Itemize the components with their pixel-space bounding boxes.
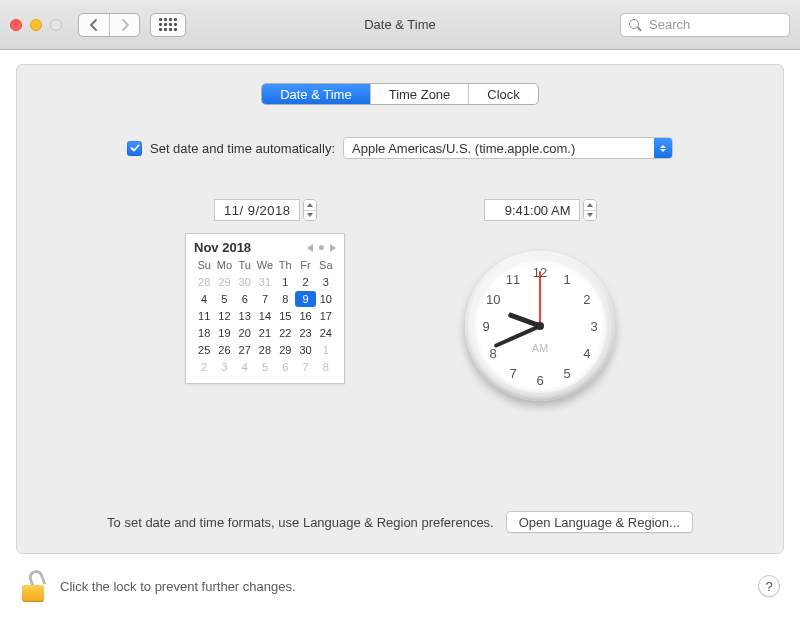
calendar-day[interactable]: 25: [194, 342, 214, 358]
calendar-day[interactable]: 29: [275, 342, 295, 358]
calendar-day[interactable]: 18: [194, 325, 214, 341]
calendar-today-button[interactable]: [319, 245, 324, 250]
minimize-window-button[interactable]: [30, 19, 42, 31]
calendar-day[interactable]: 3: [316, 274, 336, 290]
time-step-down[interactable]: [584, 210, 596, 221]
calendar-day[interactable]: 2: [295, 274, 315, 290]
show-all-prefs-button[interactable]: [150, 13, 186, 37]
calendar-day[interactable]: 4: [235, 359, 255, 375]
calendar-day-header: Su: [194, 257, 214, 273]
calendar-day-header: We: [255, 257, 275, 273]
calendar-day[interactable]: 2: [194, 359, 214, 375]
calendar-day[interactable]: 6: [275, 359, 295, 375]
clock-numeral: 2: [583, 292, 590, 307]
calendar-day[interactable]: 29: [214, 274, 234, 290]
checkmark-icon: [130, 143, 140, 153]
auto-time-checkbox[interactable]: [127, 141, 142, 156]
calendar-day[interactable]: 12: [214, 308, 234, 324]
open-language-region-button[interactable]: Open Language & Region...: [506, 511, 693, 533]
chevron-up-icon: [587, 203, 593, 207]
time-column: 9:41:00 AM AM 121234567891011: [465, 199, 615, 401]
calendar-day[interactable]: 22: [275, 325, 295, 341]
date-step-up[interactable]: [304, 200, 316, 210]
calendar-day[interactable]: 10: [316, 291, 336, 307]
close-window-button[interactable]: [10, 19, 22, 31]
ntp-server-select[interactable]: Apple Americas/U.S. (time.apple.com.): [343, 137, 673, 159]
back-button[interactable]: [79, 14, 109, 36]
date-field[interactable]: 11/ 9/2018: [214, 199, 317, 221]
calendar-day[interactable]: 5: [255, 359, 275, 375]
calendar-day[interactable]: 9: [295, 291, 315, 307]
nav-back-forward: [78, 13, 140, 37]
calendar-day-header: Tu: [235, 257, 255, 273]
window-controls: [10, 19, 62, 31]
forward-button[interactable]: [109, 14, 139, 36]
tab-bar: Date & Time Time Zone Clock: [261, 83, 539, 105]
chevron-left-icon: [89, 19, 99, 31]
clock-numeral: 9: [482, 319, 489, 334]
calendar-day-header: Sa: [316, 257, 336, 273]
clock-center-pin: [536, 322, 544, 330]
calendar-month-label: Nov 2018: [194, 240, 251, 255]
zoom-window-button[interactable]: [50, 19, 62, 31]
calendar-day[interactable]: 20: [235, 325, 255, 341]
clock-numeral: 3: [590, 319, 597, 334]
calendar-prev-month[interactable]: [307, 244, 313, 252]
calendar-day[interactable]: 3: [214, 359, 234, 375]
clock-numeral: 10: [486, 292, 500, 307]
clock-numeral: 12: [533, 265, 547, 280]
calendar-day[interactable]: 17: [316, 308, 336, 324]
footer-row: To set date and time formats, use Langua…: [17, 511, 783, 533]
calendar-day[interactable]: 7: [255, 291, 275, 307]
dropdown-arrows-icon: [654, 138, 672, 158]
time-stepper: [583, 199, 597, 221]
search-input[interactable]: [647, 16, 781, 33]
calendar-day[interactable]: 28: [255, 342, 275, 358]
clock-numeral: 1: [563, 272, 570, 287]
time-field[interactable]: 9:41:00 AM: [484, 199, 597, 221]
grid-icon: [159, 18, 177, 31]
calendar-day[interactable]: 16: [295, 308, 315, 324]
search-icon: [629, 19, 641, 31]
calendar-day-header: Th: [275, 257, 295, 273]
tab-time-zone[interactable]: Time Zone: [370, 84, 469, 104]
ntp-server-value: Apple Americas/U.S. (time.apple.com.): [352, 141, 575, 156]
lock-icon[interactable]: [20, 570, 48, 602]
calendar-day[interactable]: 26: [214, 342, 234, 358]
calendar-next-month[interactable]: [330, 244, 336, 252]
tab-clock[interactable]: Clock: [468, 84, 538, 104]
calendar-day[interactable]: 23: [295, 325, 315, 341]
calendar-day[interactable]: 5: [214, 291, 234, 307]
time-step-up[interactable]: [584, 200, 596, 210]
chevron-right-icon: [120, 19, 130, 31]
calendar-day[interactable]: 28: [194, 274, 214, 290]
calendar-day[interactable]: 19: [214, 325, 234, 341]
calendar-day[interactable]: 15: [275, 308, 295, 324]
calendar-day[interactable]: 8: [275, 291, 295, 307]
calendar-day[interactable]: 8: [316, 359, 336, 375]
calendar: Nov 2018 SuMoTuWeThFrSa28293031123456789…: [185, 233, 345, 384]
calendar-day[interactable]: 7: [295, 359, 315, 375]
clock-numeral: 7: [509, 365, 516, 380]
calendar-day[interactable]: 31: [255, 274, 275, 290]
clock-numeral: 8: [490, 346, 497, 361]
calendar-day[interactable]: 11: [194, 308, 214, 324]
calendar-day[interactable]: 1: [275, 274, 295, 290]
search-field[interactable]: [620, 13, 790, 37]
date-step-down[interactable]: [304, 210, 316, 221]
calendar-day[interactable]: 21: [255, 325, 275, 341]
calendar-day[interactable]: 24: [316, 325, 336, 341]
lock-text: Click the lock to prevent further change…: [60, 579, 296, 594]
calendar-day[interactable]: 1: [316, 342, 336, 358]
calendar-day[interactable]: 6: [235, 291, 255, 307]
analog-clock: AM 121234567891011: [465, 251, 615, 401]
calendar-day[interactable]: 30: [295, 342, 315, 358]
calendar-day[interactable]: 13: [235, 308, 255, 324]
calendar-day[interactable]: 4: [194, 291, 214, 307]
tab-date-and-time[interactable]: Date & Time: [262, 84, 370, 104]
help-button[interactable]: ?: [758, 575, 780, 597]
calendar-day[interactable]: 27: [235, 342, 255, 358]
calendar-day[interactable]: 14: [255, 308, 275, 324]
window-titlebar: Date & Time: [0, 0, 800, 50]
calendar-day[interactable]: 30: [235, 274, 255, 290]
